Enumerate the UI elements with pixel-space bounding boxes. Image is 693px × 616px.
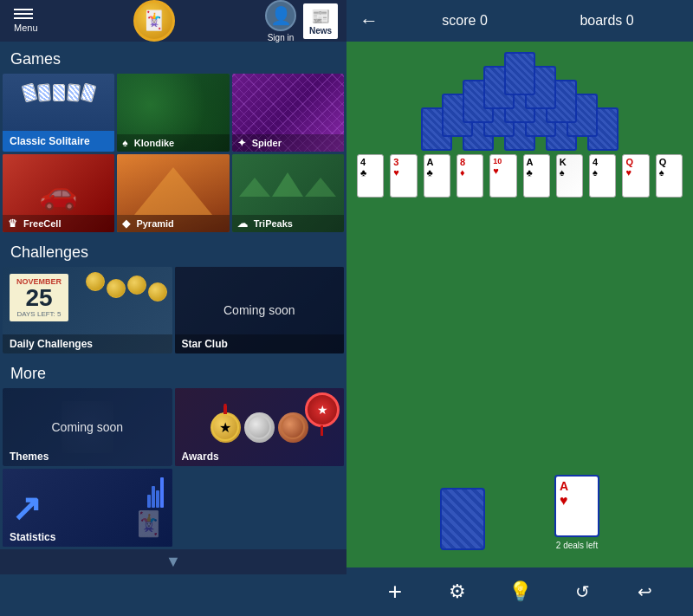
deck-back-card[interactable] [440, 488, 485, 550]
tripeaks-icon: ☁ [237, 217, 248, 230]
coin-4 [148, 282, 167, 302]
coin-3 [127, 276, 146, 295]
medal-silver [244, 412, 275, 443]
game-tile-freecell[interactable]: 🚗 ♛ FreeCell [3, 154, 114, 232]
more-grid: Coming soon Themes ★ ★ Awards [0, 388, 346, 549]
lightbulb-icon: 💡 [508, 580, 532, 603]
app-header: Menu 👤 Sign in 📰 News [0, 0, 346, 42]
deals-left-label: 2 deals left [556, 541, 598, 550]
settings-button[interactable]: ⚙ [440, 574, 475, 609]
face-card[interactable]: 10♥ [489, 154, 516, 198]
themes-tile[interactable]: Coming soon Themes [3, 388, 172, 466]
game-toolbar: + ⚙ 💡 ↺ ↩ [346, 567, 693, 616]
score-area: score 0 boards 0 [396, 13, 680, 29]
deck-area: A ♥ 2 deals left [346, 475, 693, 550]
calendar-icon: NOVEMBER 25 DAYS LEFT: 5 [10, 274, 68, 321]
news-label: News [309, 26, 332, 36]
tripeaks-label: ☁ TriPeaks [232, 215, 344, 232]
logo-area [50, 0, 258, 42]
statistics-label: Statistics [3, 528, 172, 547]
themes-coming-soon: Coming soon [52, 420, 124, 434]
hint-button[interactable]: 💡 [502, 574, 537, 609]
calendar-day: 25 [16, 286, 62, 310]
awards-label: Awards [175, 447, 345, 466]
spider-label: ✦ Spider [232, 134, 344, 152]
game-area[interactable]: 4♣ 3♥ A♣ 8♦ 10♥ A♣ K♠ 4♠ Q♥ Q♠ A [346, 42, 693, 567]
star-club-coming-soon: Coming soon [223, 303, 295, 317]
pyramid-label: ◆ Pyramid [117, 215, 229, 232]
chevron-down-icon: ▼ [165, 553, 181, 571]
card-back[interactable] [504, 52, 535, 95]
face-card[interactable]: A♣ [523, 154, 550, 198]
face-card[interactable]: 4♣ [357, 154, 384, 198]
news-icon: 📰 [311, 7, 330, 26]
boards-display: boards 0 [580, 13, 633, 29]
undo-button[interactable]: ↩ [627, 574, 662, 609]
deal-button[interactable]: ↺ [565, 574, 599, 609]
menu-button[interactable]: Menu [9, 5, 43, 36]
deal-icon: ↺ [575, 581, 590, 602]
spider-icon: ✦ [237, 137, 246, 149]
face-card[interactable]: 8♦ [457, 154, 483, 198]
daily-challenges-label: Daily Challenges [3, 334, 172, 353]
classic-solitaire-label: Classic Solitaire [3, 131, 114, 152]
back-button[interactable]: ← [359, 10, 379, 32]
face-card[interactable]: Q♠ [656, 154, 683, 198]
menu-label: Menu [14, 23, 38, 33]
star-club-tile[interactable]: Coming soon Star Club [175, 267, 345, 353]
app-logo [133, 0, 175, 42]
days-left: DAYS LEFT: 5 [16, 310, 62, 318]
ace-of-hearts[interactable]: A ♥ [554, 475, 599, 537]
game-tile-classic-solitaire[interactable]: Classic Solitaire [3, 74, 114, 152]
challenges-grid: NOVEMBER 25 DAYS LEFT: 5 Daily Challenge… [0, 267, 346, 356]
star-club-label: Star Club [175, 334, 345, 353]
pyramid-icon: ◆ [122, 217, 130, 230]
challenges-section-header: Challenges [0, 235, 346, 267]
face-card[interactable]: Q♥ [622, 154, 649, 198]
games-section-header: Games [0, 42, 346, 74]
coins-area [86, 272, 167, 302]
add-icon: + [388, 578, 402, 606]
more-section-header: More [0, 356, 346, 388]
face-card[interactable]: 4♠ [589, 154, 616, 198]
undo-icon: ↩ [638, 581, 652, 602]
medal-gold: ★ [210, 412, 241, 443]
sign-in-label: Sign in [268, 33, 295, 42]
klondike-label: ♠ Klondike [117, 134, 229, 152]
game-tile-klondike[interactable]: ♠ Klondike [117, 74, 229, 152]
game-header: ← score 0 boards 0 [346, 0, 693, 42]
discard-pile[interactable]: A ♥ 2 deals left [554, 475, 599, 550]
coin-2 [107, 279, 126, 298]
medal-bronze [278, 412, 308, 443]
klondike-icon: ♠ [122, 137, 127, 149]
games-grid: Classic Solitaire ♠ Klondike ✦ Spider 🚗 [0, 74, 346, 235]
scroll-down-indicator[interactable]: ▼ [0, 549, 346, 574]
game-tile-spider[interactable]: ✦ Spider [232, 74, 344, 152]
score-display: score 0 [442, 13, 487, 29]
game-tile-pyramid[interactable]: ◆ Pyramid [117, 154, 229, 232]
king-card[interactable]: K♠ [556, 154, 583, 198]
gear-icon: ⚙ [449, 580, 466, 603]
freecell-label: ♛ FreeCell [3, 215, 114, 232]
add-button[interactable]: + [378, 574, 412, 609]
game-panel: ← score 0 boards 0 [346, 0, 693, 616]
freecell-icon: ♛ [8, 217, 17, 230]
awards-tile[interactable]: ★ ★ Awards [175, 388, 345, 466]
avatar: 👤 [265, 0, 296, 31]
coin-1 [86, 272, 105, 291]
game-tile-tripeaks[interactable]: ☁ TriPeaks [232, 154, 344, 232]
draw-pile[interactable] [440, 488, 485, 550]
face-card[interactable]: 3♥ [390, 154, 417, 198]
statistics-tile[interactable]: ↗ 🃏 Statistics [3, 469, 172, 547]
sign-in-area[interactable]: 👤 Sign in [265, 0, 296, 42]
pyramid-layout: 4♣ 3♥ A♣ 8♦ 10♥ A♣ K♠ 4♠ Q♥ Q♠ [355, 52, 684, 198]
left-panel: Menu 👤 Sign in 📰 News Games Classic Soli… [0, 0, 346, 616]
face-card[interactable]: A♣ [424, 154, 450, 198]
daily-challenges-tile[interactable]: NOVEMBER 25 DAYS LEFT: 5 Daily Challenge… [3, 267, 172, 353]
news-button[interactable]: 📰 News [303, 3, 338, 39]
themes-label: Themes [3, 447, 172, 466]
